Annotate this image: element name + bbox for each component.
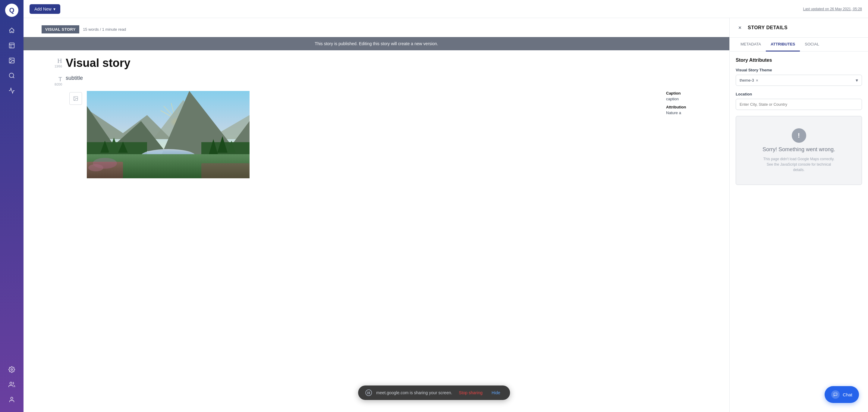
panel-header: × STORY DETAILS [730, 18, 868, 38]
svg-point-4 [10, 59, 11, 60]
sidebar-item-charts[interactable] [5, 84, 18, 97]
svg-point-8 [10, 382, 12, 384]
theme-tag-text: theme-3 [740, 78, 754, 82]
panel-tabs: METADATA ATTRIBUTES SOCIAL [730, 38, 868, 52]
screen-share-banner: meet.google.com is sharing your screen. … [358, 385, 510, 400]
top-bar: Add New ▾ Last updated on 26 May 2021, 0… [24, 0, 868, 18]
image-icon-placeholder [69, 92, 82, 105]
sidebar-item-media[interactable] [5, 54, 18, 67]
story-image [87, 91, 250, 178]
text-label: T [59, 76, 62, 82]
share-site-text: meet.google.com is sharing your screen. [376, 390, 452, 395]
right-panel: × STORY DETAILS METADATA ATTRIBUTES SOCI… [730, 18, 868, 412]
content-area: VISUAL STORY 15 words / 1 minute read Th… [24, 18, 868, 412]
story-header: VISUAL STORY 15 words / 1 minute read [24, 25, 730, 33]
add-new-label: Add New [34, 7, 52, 11]
theme-select[interactable]: theme-3 × ▾ [736, 75, 862, 86]
chat-icon [831, 390, 840, 399]
svg-point-7 [11, 369, 13, 371]
sidebar-item-profile[interactable] [5, 393, 18, 406]
panel-title: STORY DETAILS [748, 25, 787, 30]
sidebar-item-settings[interactable] [5, 363, 18, 376]
svg-line-6 [13, 77, 14, 78]
sidebar: Q [0, 0, 24, 412]
last-updated-text: Last updated on 26 May 2021, 05:28 [803, 7, 862, 11]
sidebar-item-analytics-view[interactable] [5, 69, 18, 82]
main-wrapper: Add New ▾ Last updated on 26 May 2021, 0… [24, 0, 868, 412]
caption-label: Caption [666, 91, 699, 96]
title-block-content: Visual story [66, 56, 699, 70]
attributes-section-title: Story Attributes [736, 58, 862, 63]
theme-tag: theme-3 × [740, 78, 758, 83]
editor-content: H 13/66 Visual story T 8/200 subtitle [24, 56, 730, 179]
subtitle-block-content: subtitle [66, 75, 699, 81]
caption-panel: Caption caption Attribution Nature a [666, 91, 699, 115]
maps-error-icon: ! [792, 128, 806, 143]
svg-point-9 [10, 397, 13, 399]
theme-field-label: Visual Story Theme [736, 68, 862, 72]
chat-button[interactable]: Chat [825, 386, 859, 403]
svg-rect-32 [201, 163, 250, 178]
theme-select-chevron: ▾ [856, 77, 858, 83]
panel-body: Story Attributes Visual Story Theme them… [730, 52, 868, 412]
image-content [87, 91, 661, 179]
svg-rect-31 [87, 162, 123, 178]
panel-close-button[interactable]: × [736, 24, 744, 32]
attribution-value: Nature a [666, 110, 699, 115]
sidebar-logo[interactable]: Q [5, 4, 19, 17]
add-new-button[interactable]: Add New ▾ [30, 4, 60, 14]
svg-rect-0 [9, 43, 14, 48]
svg-point-11 [74, 97, 75, 98]
subtitle-block-controls: T 8/200 [48, 75, 66, 86]
attribution-label: Attribution [666, 105, 699, 109]
location-input[interactable] [736, 99, 862, 110]
title-block: H 13/66 Visual story [48, 56, 699, 70]
add-new-chevron: ▾ [53, 7, 56, 11]
theme-tag-remove[interactable]: × [756, 78, 758, 83]
sidebar-item-team[interactable] [5, 378, 18, 391]
tab-attributes[interactable]: ATTRIBUTES [766, 38, 800, 52]
sidebar-item-home[interactable] [5, 24, 18, 37]
sidebar-item-stories[interactable] [5, 39, 18, 52]
publish-banner: This story is published. Editing this st… [24, 37, 730, 50]
word-count: 15 words / 1 minute read [83, 27, 126, 32]
maps-error-sub: This page didn't load Google Maps correc… [763, 156, 835, 173]
stop-sharing-button[interactable]: Stop sharing [456, 389, 485, 396]
pause-icon [365, 389, 372, 396]
title-block-controls: H 13/66 [48, 56, 66, 68]
caption-value: caption [666, 97, 699, 101]
visual-story-badge: VISUAL STORY [41, 25, 79, 33]
editor-panel: VISUAL STORY 15 words / 1 minute read Th… [24, 18, 730, 412]
hide-button[interactable]: Hide [489, 389, 503, 396]
story-subtitle[interactable]: subtitle [66, 75, 699, 81]
maps-error-box: ! Sorry! Something went wrong. This page… [736, 116, 862, 185]
svg-point-5 [9, 73, 14, 78]
location-field-label: Location [736, 92, 862, 96]
image-block: Caption caption Attribution Nature a [48, 91, 699, 179]
story-title[interactable]: Visual story [66, 56, 699, 70]
subtitle-block: T 8/200 subtitle [48, 75, 699, 86]
maps-error-title: Sorry! Something went wrong. [763, 146, 835, 153]
tab-metadata[interactable]: METADATA [736, 38, 766, 52]
tab-social[interactable]: SOCIAL [800, 38, 824, 52]
text-char-count: 8/200 [55, 83, 62, 86]
chat-label: Chat [843, 392, 852, 397]
heading-char-count: 13/66 [55, 65, 62, 68]
heading-label: H [57, 58, 62, 64]
